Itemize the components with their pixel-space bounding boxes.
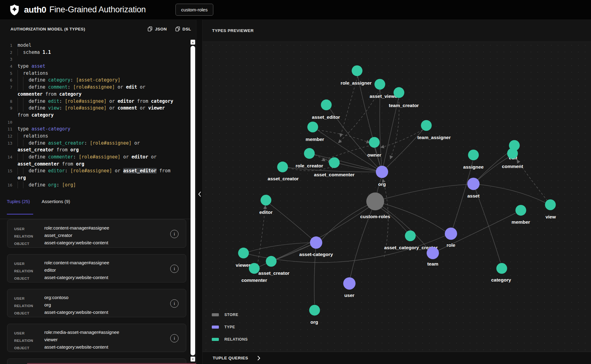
- graph-node-commenter[interactable]: [249, 263, 260, 274]
- graph-node-org_rel[interactable]: [309, 305, 320, 316]
- graph-node-viewer[interactable]: [238, 248, 249, 258]
- panel-divider[interactable]: [196, 20, 203, 364]
- graph-node-label: asset-category: [299, 252, 333, 257]
- legend-swatch: [212, 313, 219, 316]
- graph-node-owner[interactable]: [369, 137, 380, 148]
- code-line: 14define commenter: [role#assignee] or e…: [0, 154, 196, 161]
- graph-node-asset_category_creator[interactable]: [405, 230, 416, 241]
- graph-node-role_creator[interactable]: [304, 148, 315, 159]
- graph-node-asset_category[interactable]: [310, 236, 322, 249]
- graph-edge: [380, 90, 382, 172]
- store-selector-button[interactable]: custom-roles: [175, 4, 214, 16]
- graph-node-asset[interactable]: [467, 178, 480, 190]
- tuple-user-label: USER: [14, 225, 44, 232]
- copy-dsl-button[interactable]: DSL: [175, 26, 191, 31]
- graph-node-label: assignee: [463, 164, 484, 170]
- tuple-user-label: USER: [14, 294, 44, 302]
- code-line: 6define category: [asset-category]: [0, 77, 196, 84]
- graph-edge: [375, 201, 428, 249]
- copy-icon: [148, 26, 152, 31]
- graph-node-asset_creator_b[interactable]: [266, 256, 277, 267]
- graph-node-category[interactable]: [497, 263, 507, 274]
- graph-node-label: member: [306, 137, 324, 142]
- tuple-object-label: OBJECT: [14, 309, 44, 316]
- graph-node-label: role: [447, 242, 456, 248]
- graph-node-org_type[interactable]: [376, 166, 388, 178]
- legend-swatch: [212, 338, 219, 341]
- legend-swatch: [212, 326, 219, 329]
- previewer-header: TYPES PREVIEWER: [203, 20, 591, 42]
- copy-json-button[interactable]: JSON: [148, 26, 167, 31]
- legend-label: RELATIONS: [224, 337, 248, 342]
- tuple-object-value: asset-category:website-content: [44, 344, 108, 351]
- model-panel-title: AUTHORIZATION MODEL (6 TYPES): [10, 27, 85, 31]
- scrollbar-thumb[interactable]: [191, 46, 195, 355]
- graph-node-label: asset_creator: [268, 176, 299, 181]
- graph-node-asset_editor[interactable]: [321, 99, 332, 110]
- tuple-info-icon[interactable]: i: [170, 334, 179, 342]
- tuple-object-value: asset-category:website-content: [44, 309, 108, 316]
- tuple-info-icon[interactable]: i: [170, 265, 179, 273]
- graph-node-view[interactable]: [545, 199, 556, 210]
- graph-node-label: comment: [502, 164, 523, 169]
- graph-node-comment[interactable]: [507, 148, 518, 159]
- graph-node-role_assigner[interactable]: [352, 65, 363, 76]
- tuple-info-icon[interactable]: i: [170, 230, 179, 238]
- graph-node-asset_creator_top[interactable]: [277, 162, 288, 172]
- graph-node-label: commenter: [241, 278, 267, 283]
- graph-node-label: owner: [367, 152, 381, 158]
- legend-item: TYPE: [212, 325, 248, 329]
- tuple-user-label: USER: [14, 260, 44, 267]
- graph-node-member_top[interactable]: [308, 122, 318, 132]
- graph-node-team_assigner[interactable]: [421, 120, 432, 131]
- code-line: 13define asset_creator: [role#assignee] …: [0, 140, 196, 147]
- graph-node-assignee[interactable]: [468, 150, 479, 160]
- scroll-down-button[interactable]: ▼: [191, 357, 195, 362]
- graph-node-team[interactable]: [427, 247, 439, 259]
- code-line: 10: [0, 119, 196, 126]
- graph-node-label: org: [311, 319, 318, 325]
- code-line: 9define view: [role#assignee] or comment…: [0, 105, 196, 112]
- collapse-panel-chevron[interactable]: [197, 191, 202, 198]
- expand-queries-chevron[interactable]: [257, 356, 260, 361]
- graph-node-editor_b[interactable]: [261, 195, 271, 206]
- types-graph: role_assignerasset_viewerteam_creatorass…: [203, 42, 591, 352]
- types-graph-canvas[interactable]: role_assignerasset_viewerteam_creatorass…: [203, 42, 591, 352]
- tuple-card[interactable]: USERrole:media-asset-manager#assigneeREL…: [7, 324, 186, 352]
- graph-edge: [270, 204, 316, 242]
- graph-node-label: asset_editor: [312, 114, 340, 120]
- tuple-user-value: role:media-asset-manager#assignee: [44, 329, 119, 336]
- graph-node-asset_viewer[interactable]: [375, 79, 385, 90]
- graph-node-member_r[interactable]: [516, 205, 526, 216]
- graph-edge: [375, 185, 467, 202]
- tuple-card[interactable]: USERrole:content-manager#assigneeRELATIO…: [7, 254, 186, 282]
- tuple-list-scrollbar[interactable]: ▲ ▼: [191, 40, 195, 364]
- graph-node-label: asset: [467, 194, 480, 199]
- tab-assertions[interactable]: Assertions (9): [42, 199, 70, 204]
- graph-node-label: team_creator: [389, 103, 419, 108]
- top-bar: auth0 Fine-Grained Authorization custom-…: [0, 0, 591, 20]
- graph-node-asset_commenter[interactable]: [329, 157, 340, 168]
- tuple-relation-label: RELATION: [14, 302, 44, 309]
- tuple-card[interactable]: USERorg:contosoRELATIONorgOBJECTasset-ca…: [7, 289, 186, 317]
- graph-node-user[interactable]: [343, 277, 356, 290]
- graph-node-role[interactable]: [445, 227, 457, 240]
- tuple-user-label: USER: [14, 329, 44, 336]
- graph-node-team_creator[interactable]: [394, 87, 404, 98]
- tuple-queries-bar[interactable]: TUPLE QUERIES: [203, 352, 591, 364]
- tuple-list: USERrole:content-manager#assigneeRELATIO…: [0, 219, 196, 364]
- graph-node-custom_roles[interactable]: [366, 193, 384, 210]
- tab-tuples[interactable]: Tuples (25): [7, 199, 30, 204]
- tuple-card[interactable]: USERrole:content-manager#assigneeRELATIO…: [7, 219, 186, 248]
- graph-node-label: category: [491, 277, 511, 282]
- dsl-code-editor[interactable]: 1model2schema 1.134type asset5relations6…: [0, 38, 196, 191]
- tuple-object-value: asset-category:website-content: [44, 274, 108, 282]
- graph-edge: [381, 130, 423, 147]
- scroll-up-button[interactable]: ▲: [191, 40, 195, 45]
- tuple-info-icon[interactable]: i: [170, 299, 179, 308]
- legend-item: STORE: [212, 313, 248, 317]
- graph-node-label: user: [344, 293, 355, 298]
- graph-edge: [380, 208, 410, 236]
- copy-json-label: JSON: [155, 27, 167, 31]
- graph-node-label: viewer: [236, 262, 251, 268]
